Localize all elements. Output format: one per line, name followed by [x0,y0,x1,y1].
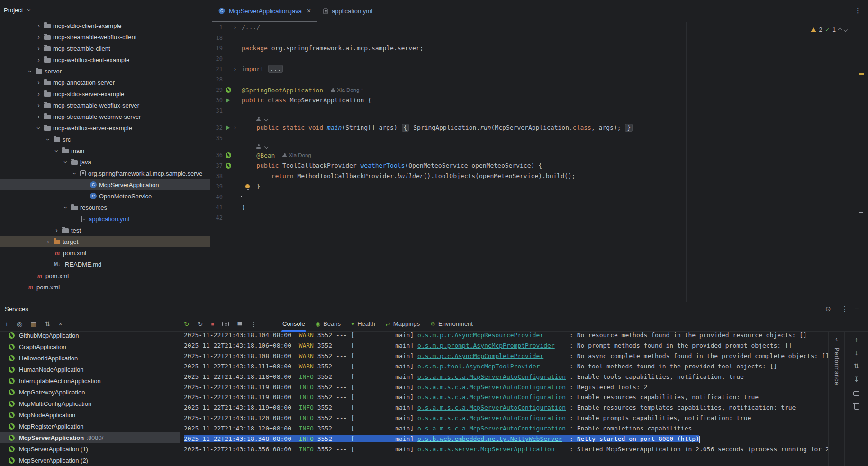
author-inlay[interactable] [256,117,268,121]
log-logger-link[interactable]: o.s.a.m.s.c.a.McpServerAutoConfiguration [417,373,566,380]
author-hint[interactable]: Xia Dong * [331,85,363,95]
author-inlay[interactable] [256,144,268,149]
log-logger-link[interactable]: o.s.a.m.s.c.a.McpServerAutoConfiguration [417,414,566,421]
tree-item[interactable]: ›main [0,145,210,156]
chevron-right-icon[interactable]: › [36,114,42,120]
close-service-icon[interactable]: × [58,320,62,328]
chevron-down-icon[interactable]: › [27,68,33,74]
fold-arrow-icon[interactable]: › [233,123,239,133]
console-line[interactable]: 2025-11-22T21:43:18.348+08:00 INFO 3552 … [184,434,828,444]
service-item[interactable]: GithubMcpApplication [0,332,180,341]
tree-item[interactable]: ›org.springframework.ai.mcp.sample.serve [0,168,210,179]
project-panel-header[interactable]: Project › [0,0,32,20]
code-vision-inlay[interactable] [210,116,868,123]
log-logger-link[interactable]: o.s.m.p.prompt.AsyncMcpPromptProvider [417,342,555,349]
clear-console-icon[interactable] [854,404,859,410]
tree-item[interactable]: ›server [0,65,210,77]
code-line[interactable]: 38 return MethodToolCallbackProvider.bui… [210,171,868,181]
service-item[interactable]: HelloworldApplication [0,352,180,364]
chevron-down-icon[interactable]: › [36,125,42,131]
code-line[interactable]: 21›import ... [210,64,868,74]
tree-item[interactable]: ›src [0,134,210,145]
fold-arrow-icon[interactable]: › [233,64,239,74]
run-gutter-icon[interactable] [226,125,230,130]
service-url[interactable]: :8080/ [86,434,103,441]
chevron-right-icon[interactable]: › [36,80,42,86]
code-editor[interactable]: 1›/.../1819package org.springframework.a… [210,22,868,302]
panel-options-kebab-icon[interactable]: ⋮ [841,305,848,313]
code-line[interactable]: 40 [210,192,868,202]
code-vision-inlay[interactable] [210,143,868,150]
tree-item[interactable]: ›mcp-stdio-server-example [0,88,210,99]
log-logger-link[interactable]: o.s.a.m.s.server.McpServerApplication [417,446,555,453]
inspections-widget[interactable]: 2 ✓ 1 [811,25,847,35]
tree-item[interactable]: pom.xml [0,247,210,259]
code-line[interactable]: 37 public ToolCallbackProvider weatherTo… [210,161,868,171]
tab-beans[interactable]: ◉Beans [310,316,346,332]
tree-item[interactable]: ›mcp-streamable-webflux-client [0,31,210,43]
chevron-down-icon[interactable]: › [26,7,32,13]
chevron-right-icon[interactable]: › [36,34,42,40]
tree-item[interactable]: pom.xml [0,281,210,293]
previous-issue-icon[interactable] [838,28,842,32]
tab-mappings[interactable]: ⇄Mappings [380,316,425,332]
code-line[interactable]: 19package org.springframework.ai.mcp.sam… [210,43,868,54]
tree-item[interactable]: ›mcp-webflux-client-example [0,54,210,65]
tree-item[interactable]: pom.xml [0,270,210,281]
service-item[interactable]: McpServerApplication (2) [0,455,180,466]
console-line[interactable]: 2025-11-22T21:43:18.120+08:00 INFO 3552 … [184,423,828,434]
tree-item[interactable]: ›mcp-stdio-client-example [0,20,210,31]
service-item[interactable]: McpServerApplication:8080/ [0,432,180,443]
tree-item[interactable]: README.md [0,259,210,270]
screenshot-icon[interactable] [222,322,229,326]
code-line[interactable]: 35 [210,133,868,143]
log-logger-link[interactable]: o.s.a.m.s.c.a.McpServerAutoConfiguration [417,404,566,411]
service-item[interactable]: HumanNodeApplication [0,364,180,375]
scroll-up-icon[interactable]: ↑ [855,336,858,343]
chevron-right-icon[interactable]: › [54,227,60,233]
console-line[interactable]: 2025-11-22T21:43:18.108+08:00 WARN 3552 … [184,351,828,361]
tab-application-yml[interactable]: application.yml [317,0,379,22]
services-panel-title[interactable]: Services [5,305,28,313]
service-item[interactable]: GraphApplication [0,341,180,352]
run-gutter-icon[interactable] [226,98,230,103]
tree-item[interactable]: OpenMeteoService [0,190,210,202]
code-line[interactable]: 36 @BeanXia Dong [210,150,868,161]
code-line[interactable]: 32› public static void main(String[] arg… [210,123,868,133]
tree-item[interactable]: ›test [0,224,210,236]
service-item[interactable]: McpGatewayApplication [0,386,180,398]
stop-icon[interactable]: ■ [211,321,214,327]
log-logger-link[interactable]: o.s.a.m.s.c.a.McpServerAutoConfiguration [417,425,566,432]
thread-dump-icon[interactable]: ≣ [237,320,243,328]
hide-panel-icon[interactable]: − [855,305,859,313]
service-item[interactable]: McpNodeApplication [0,409,180,421]
log-logger-link[interactable]: o.s.b.web.embedded.netty.NettyWebServer [417,435,562,442]
tab-environment[interactable]: ⚙Environment [425,316,478,332]
run-options-kebab-icon[interactable]: ⋮ [251,320,257,328]
code-line[interactable]: 18 [210,33,868,43]
spring-bean-gutter-icon[interactable] [226,87,231,93]
console-line[interactable]: 2025-11-22T21:43:18.111+08:00 WARN 3552 … [184,361,828,372]
code-line[interactable]: 31 [210,106,868,116]
fold-arrow-icon[interactable]: › [233,22,239,33]
soft-wrap-icon[interactable]: ⇅ [854,363,859,369]
log-logger-link[interactable]: o.s.a.m.s.c.a.McpServerAutoConfiguration [417,384,566,391]
console-line[interactable]: 2025-11-22T21:43:18.119+08:00 INFO 3552 … [184,403,828,413]
tree-item[interactable]: application.yml [0,213,210,224]
chevron-down-icon[interactable]: › [45,136,51,143]
log-logger-link[interactable]: o.s.m.p.c.AsyncMcpCompleteProvider [417,352,543,359]
tree-item[interactable]: ›mcp-streamable-webflux-server [0,99,210,111]
code-line[interactable]: 1›/.../ [210,22,868,33]
tab-mcpserverapplication-java[interactable]: McpServerApplication.java × [212,0,317,22]
code-line[interactable]: 30public class McpServerApplication { [210,95,868,106]
author-hint[interactable]: Xia Dong [282,150,311,161]
chevron-right-icon[interactable]: › [36,57,42,63]
print-icon[interactable] [853,391,859,396]
code-line[interactable]: 41} [210,202,868,213]
console-line[interactable]: 2025-11-22T21:43:18.104+08:00 WARN 3552 … [184,332,828,341]
next-issue-icon[interactable] [844,28,848,32]
scroll-down-icon[interactable]: ↓ [855,350,858,356]
chevron-down-icon[interactable]: › [63,159,69,165]
log-logger-link[interactable]: o.s.m.p.r.AsyncMcpResourceProvider [417,332,543,339]
performance-side-tab[interactable]: Performance [833,348,840,385]
